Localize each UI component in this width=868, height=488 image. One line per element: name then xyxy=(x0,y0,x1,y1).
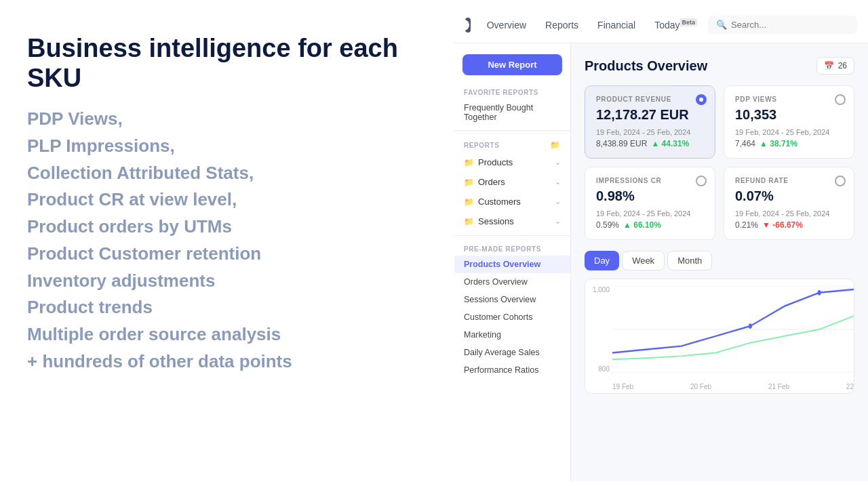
feature-list: PDP Views,PLP Impressions,Collection Att… xyxy=(27,106,427,374)
metric-period-0: 19 Feb, 2024 - 25 Feb, 2024 xyxy=(596,128,704,136)
chart-x-21-feb: 21 Feb xyxy=(768,383,789,390)
metric-label-3: REFUND RATE xyxy=(735,177,843,184)
chart-y-label-1000: 1,000 xyxy=(588,286,610,293)
chart-svg xyxy=(612,286,854,373)
sidebar-reports-label: Reports 📁 xyxy=(454,135,570,152)
sidebar-premade-item-1[interactable]: Orders Overview xyxy=(454,273,570,291)
metric-change-1: ▲ 38.71% xyxy=(760,139,797,148)
main-title: Business intelligence for each SKU xyxy=(27,34,427,93)
metric-change-0: ▲ 44.31% xyxy=(651,139,689,148)
sidebar-item-frequently-bought[interactable]: Frequently Bought Together xyxy=(454,99,570,126)
chart-svg-container xyxy=(612,286,854,373)
metric-comparison-1: 7,464▲ 38.71% xyxy=(735,139,843,148)
nav-logo xyxy=(465,18,471,33)
feature-item: PDP Views, xyxy=(27,106,427,132)
metric-card-0[interactable]: PRODUCT REVENUE12,178.27 EUR19 Feb, 2024… xyxy=(585,85,715,159)
folder-icon-sessions: 📁 xyxy=(464,217,474,226)
chart-y-labels: 800 1,000 xyxy=(585,286,612,373)
nav-financial[interactable]: Financial xyxy=(589,16,644,35)
nav-search-container: 🔍 xyxy=(708,16,857,34)
search-icon: 🔍 xyxy=(716,20,727,30)
page-title: Products Overview xyxy=(585,58,707,74)
time-btn-week[interactable]: Week xyxy=(622,251,665,270)
sidebar-divider-2 xyxy=(454,235,570,236)
metric-value-1: 10,353 xyxy=(735,107,843,123)
metric-period-2: 19 Feb, 2024 - 25 Feb, 2024 xyxy=(596,209,704,218)
search-input[interactable] xyxy=(731,20,849,30)
chevron-icon-products: ⌄ xyxy=(555,158,561,167)
nav-reports[interactable]: Reports xyxy=(537,16,587,35)
metric-comparison-2: 0.59%▲ 66.10% xyxy=(596,220,704,230)
metric-value-2: 0.98% xyxy=(596,188,704,204)
time-btn-day[interactable]: Day xyxy=(585,251,619,270)
sidebar-premade-item-4[interactable]: Marketing xyxy=(454,326,570,344)
sidebar-premade-item-6[interactable]: Performance Ratios xyxy=(454,361,570,379)
time-btn-month[interactable]: Month xyxy=(667,251,712,270)
sidebar-favorite-label: Favorite Reports xyxy=(454,83,570,99)
chevron-icon-orders: ⌄ xyxy=(555,178,561,186)
content-area: New Report Favorite Reports Frequently B… xyxy=(454,43,868,481)
premade-items-container: Products OverviewOrders OverviewSessions… xyxy=(454,256,570,379)
sidebar: New Report Favorite Reports Frequently B… xyxy=(454,43,571,481)
nav-beta-badge: Beta xyxy=(679,18,697,26)
svg-point-4 xyxy=(818,290,821,296)
metric-period-1: 19 Feb, 2024 - 25 Feb, 2024 xyxy=(735,128,843,136)
page-header: Products Overview 📅 26 xyxy=(585,57,854,75)
sidebar-premade-item-5[interactable]: Daily Average Sales xyxy=(454,344,570,361)
chart-x-22: 22 xyxy=(846,383,854,390)
metrics-grid: PRODUCT REVENUE12,178.27 EUR19 Feb, 2024… xyxy=(585,85,854,240)
metric-comparison-0: 8,438.89 EUR▲ 44.31% xyxy=(596,139,704,148)
chart-area: 800 1,000 xyxy=(585,279,854,394)
feature-item: + hundreds of other data points xyxy=(27,349,427,375)
sidebar-premade-item-0[interactable]: Products Overview xyxy=(454,256,570,273)
sidebar-divider-1 xyxy=(454,130,570,131)
metric-radio-3[interactable] xyxy=(835,176,846,186)
metric-label-0: PRODUCT REVENUE xyxy=(596,96,704,103)
metric-comparison-3: 0.21%▼ -66.67% xyxy=(735,220,843,230)
metric-radio-1[interactable] xyxy=(835,94,846,105)
date-badge: 📅 26 xyxy=(816,57,854,75)
date-value: 26 xyxy=(838,61,847,70)
metric-prev-2: 0.59% xyxy=(596,220,619,230)
sidebar-item-sessions[interactable]: 📁 Sessions ⌄ xyxy=(454,211,570,231)
folder-icon-customers: 📁 xyxy=(464,197,474,207)
chart-x-labels: 19 Feb 20 Feb 21 Feb 22 xyxy=(612,383,854,390)
chart-x-20-feb: 20 Feb xyxy=(690,383,711,390)
feature-item: PLP Impressions, xyxy=(27,134,427,159)
sidebar-premade-item-3[interactable]: Customer Cohorts xyxy=(454,308,570,326)
metric-value-3: 0.07% xyxy=(735,188,843,204)
metric-period-3: 19 Feb, 2024 - 25 Feb, 2024 xyxy=(735,209,843,218)
right-panel: Overview Reports Financial TodayBeta 🔍 N… xyxy=(454,7,868,481)
folder-icon-orders: 📁 xyxy=(464,178,474,187)
sidebar-premade-label: Pre-Made Reports xyxy=(454,240,570,256)
metric-label-1: PDP VIEWS xyxy=(735,96,843,103)
chevron-icon-sessions: ⌄ xyxy=(555,217,561,226)
main-content: Products Overview 📅 26 PRODUCT REVENUE12… xyxy=(571,43,868,481)
sidebar-item-customers[interactable]: 📁 Customers ⌄ xyxy=(454,192,570,211)
new-report-button[interactable]: New Report xyxy=(462,54,562,75)
feature-item: Product orders by UTMs xyxy=(27,214,427,240)
metric-label-2: IMPRESSIONS CR xyxy=(596,177,704,184)
folder-icon-products: 📁 xyxy=(464,158,474,167)
metric-prev-1: 7,464 xyxy=(735,139,755,148)
sidebar-item-products[interactable]: 📁 Products ⌄ xyxy=(454,152,570,172)
metric-card-3[interactable]: REFUND RATE0.07%19 Feb, 2024 - 25 Feb, 2… xyxy=(724,167,854,240)
feature-item: Product CR at view level, xyxy=(27,187,427,213)
feature-item: Product Customer retention xyxy=(27,241,427,267)
calendar-icon: 📅 xyxy=(824,61,834,70)
metric-prev-3: 0.21% xyxy=(735,220,758,230)
chevron-icon-customers: ⌄ xyxy=(555,197,561,206)
left-panel: Business intelligence for each SKU PDP V… xyxy=(0,0,454,488)
metric-radio-0[interactable] xyxy=(696,94,707,105)
svg-point-3 xyxy=(749,323,752,329)
metric-radio-2[interactable] xyxy=(696,176,707,186)
metric-card-2[interactable]: IMPRESSIONS CR0.98%19 Feb, 2024 - 25 Feb… xyxy=(585,167,715,240)
nav-overview[interactable]: Overview xyxy=(479,16,534,35)
nav-today[interactable]: TodayBeta xyxy=(646,15,705,35)
metric-card-1[interactable]: PDP VIEWS10,35319 Feb, 2024 - 25 Feb, 20… xyxy=(724,85,854,159)
nav-today-label: Today xyxy=(654,20,679,30)
sidebar-item-orders[interactable]: 📁 Orders ⌄ xyxy=(454,172,570,192)
chart-y-label-800: 800 xyxy=(588,365,610,373)
sidebar-premade-item-2[interactable]: Sessions Overview xyxy=(454,291,570,308)
metric-value-0: 12,178.27 EUR xyxy=(596,107,704,123)
